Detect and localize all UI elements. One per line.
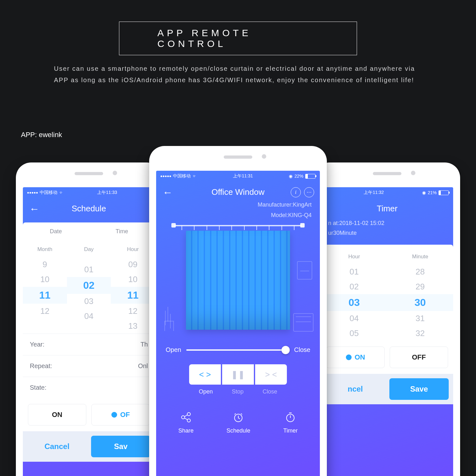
svg-point-2 [187, 419, 190, 422]
close-button[interactable]: > < [255, 364, 287, 385]
back-button[interactable]: ← [162, 187, 173, 197]
timer-duration: ur30Minute [321, 227, 453, 236]
info-icon[interactable]: i [291, 187, 301, 197]
row-year[interactable]: Year:Th [23, 334, 155, 355]
tab-time[interactable]: Time [89, 222, 155, 241]
tab-date[interactable]: Date [23, 222, 89, 241]
stop-button[interactable]: ❚❚ [222, 364, 254, 385]
more-icon[interactable]: ⋯ [304, 187, 314, 197]
date-picker[interactable]: Month 9 10 11 12 Day 01 02 03 [23, 241, 155, 334]
share-icon [179, 410, 193, 424]
screen-title: Timer [377, 204, 397, 214]
row-repeat[interactable]: Repeat:Onl [23, 355, 155, 377]
back-button[interactable]: ← [29, 204, 39, 214]
curtain-illustration [166, 223, 310, 337]
cancel-button[interactable]: Cancel [27, 436, 87, 457]
page-description: User can use a smartphone to remotely op… [54, 63, 422, 86]
screen-title: Schedule [72, 204, 106, 214]
close-label: Close [294, 346, 310, 354]
state-on-button[interactable]: ON [28, 404, 86, 426]
nav-timer[interactable]: Timer [283, 410, 298, 434]
page-title-frame: APP REMOTE CONTROL [119, 22, 357, 55]
timer-run-at: n at:2018-11-02 15:02 [321, 217, 453, 227]
state-on-button[interactable]: ON [326, 347, 385, 368]
phone-device: 中国移动ᯤ 上午11:31 ◉22% ← Office Window i ⋯ M… [149, 146, 327, 476]
page-title: APP REMOTE CONTROL [157, 28, 251, 49]
position-slider[interactable] [186, 349, 289, 351]
manufacturer-label: Manufacturer:KingArt [156, 200, 320, 211]
svg-line-3 [184, 415, 188, 417]
clock-icon [231, 410, 245, 424]
status-bar: 中国移动ᯤ 上午11:33 [23, 187, 155, 198]
svg-point-1 [187, 413, 190, 416]
plant-icon [163, 302, 174, 331]
phone-timer: 上午11:32 ◉21% Timer n at:2018-11-02 15:02… [314, 162, 460, 476]
wifi-icon: ᯤ [59, 190, 64, 195]
nav-schedule[interactable]: Schedule [227, 410, 250, 434]
time-picker[interactable]: Hour 01 02 03 04 05 Minute 28 29 30 [321, 245, 453, 341]
phone-schedule: 中国移动ᯤ 上午11:33 ← Schedule Date Time Mont [16, 162, 162, 476]
status-bar: 上午11:32 ◉21% [321, 187, 453, 198]
picture-icon [297, 261, 312, 280]
wifi-icon: ᯤ [193, 174, 197, 179]
status-bar: 中国移动ᯤ 上午11:31 ◉22% [156, 171, 320, 182]
state-off-button[interactable]: OF [91, 404, 150, 426]
row-state: State: [23, 377, 155, 398]
open-button[interactable]: < > [189, 364, 221, 385]
save-button[interactable]: Save [389, 378, 449, 400]
state-off-button[interactable]: OFF [390, 347, 448, 368]
model-label: Model:KING-Q4 [156, 211, 320, 221]
timer-icon [283, 410, 297, 424]
app-label: APP: ewelink [21, 131, 62, 139]
cancel-button[interactable]: ncel [326, 378, 385, 400]
svg-line-4 [184, 418, 188, 420]
save-button[interactable]: Sav [91, 436, 150, 457]
device-title: Office Window [211, 187, 264, 197]
open-label: Open [166, 346, 181, 354]
dresser-icon [293, 313, 314, 332]
svg-point-0 [182, 416, 185, 419]
nav-share[interactable]: Share [178, 410, 194, 434]
